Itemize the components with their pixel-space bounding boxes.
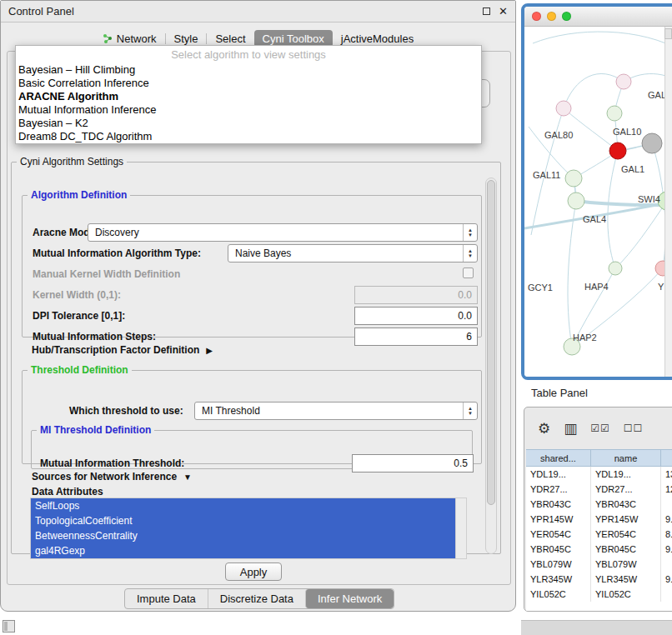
network-window-titlebar bbox=[524, 7, 672, 27]
algorithm-option[interactable]: Mutual Information Inference bbox=[16, 103, 481, 117]
network-node[interactable] bbox=[616, 74, 631, 89]
network-node[interactable] bbox=[556, 101, 571, 116]
table-row[interactable]: YIL052CYIL052C bbox=[526, 587, 672, 602]
selected-value: Naive Bayes bbox=[235, 248, 291, 259]
deselect-all-icon[interactable]: ☐☐ bbox=[624, 422, 644, 434]
network-scroll-button[interactable] bbox=[664, 28, 672, 39]
algorithm-option[interactable]: Dream8 DC_TDC Algorithm bbox=[16, 130, 481, 143]
algorithm-definition-group: Algorithm Definition Aracne Mode: Discov… bbox=[22, 189, 482, 338]
cell: 9. bbox=[661, 542, 672, 557]
cell: YDR27... bbox=[591, 482, 661, 497]
bottom-tab-bar: Impute Data Discretize Data Infer Networ… bbox=[124, 588, 394, 609]
combo-arrows-icon: ▲▼ bbox=[463, 245, 477, 262]
cell: 12 bbox=[661, 482, 672, 497]
algorithm-option[interactable]: Basic Correlation Inference bbox=[16, 77, 481, 90]
network-node[interactable] bbox=[607, 106, 622, 121]
table-row[interactable]: YDR27...YDR27...12 bbox=[526, 482, 672, 497]
group-title: Cyni Algorithm Settings bbox=[17, 156, 127, 168]
node-label: HAP2 bbox=[573, 332, 597, 342]
apply-button[interactable]: Apply bbox=[225, 562, 282, 581]
network-node[interactable] bbox=[609, 262, 622, 275]
node-label: GAL80 bbox=[544, 130, 573, 140]
node-label: GAL1 bbox=[621, 164, 644, 174]
cell bbox=[661, 497, 672, 512]
settings-scrollbar[interactable] bbox=[485, 178, 497, 554]
cell: 9. bbox=[661, 512, 672, 527]
dpi-tolerance-field[interactable]: 0.0 bbox=[354, 307, 478, 325]
network-graph: GAL GAL80 GAL10 GAL11 GAL1 SWI4 GAL4 GCY… bbox=[524, 27, 672, 377]
column-header[interactable] bbox=[661, 450, 672, 466]
list-item[interactable]: BetweennessCentrality bbox=[31, 528, 455, 543]
list-item[interactable]: SelfLoops bbox=[31, 498, 455, 513]
data-attributes-list[interactable]: SelfLoops TopologicalCoefficient Between… bbox=[30, 498, 467, 559]
aracne-mode-select[interactable]: Discovery ▲▼ bbox=[88, 223, 478, 242]
table-panel-window: ⚙ ▥ ☑☑ ☐☐ shared... name YDL19...YDL19..… bbox=[524, 407, 672, 612]
chevron-down-icon: ▼ bbox=[183, 472, 192, 482]
which-threshold-select[interactable]: MI Threshold ▲▼ bbox=[194, 402, 478, 420]
table-row[interactable]: YDL19...YDL19...13 bbox=[526, 467, 672, 482]
network-node-red[interactable] bbox=[609, 142, 626, 159]
mi-type-select[interactable]: Naive Bayes ▲▼ bbox=[228, 244, 478, 262]
column-header[interactable]: name bbox=[591, 450, 661, 466]
table-row[interactable]: YBR043CYBR043C bbox=[526, 497, 672, 512]
cell: YDL19... bbox=[591, 467, 661, 482]
dpi-tolerance-label: DPI Tolerance [0,1]: bbox=[33, 310, 125, 322]
cell: YBR043C bbox=[526, 497, 591, 512]
tab-impute-data[interactable]: Impute Data bbox=[125, 589, 208, 608]
node-label: GAL4 bbox=[583, 214, 606, 224]
scrollbar-thumb[interactable] bbox=[487, 180, 495, 505]
panel-corner-icon[interactable] bbox=[3, 620, 15, 632]
network-scrollbar[interactable] bbox=[664, 27, 672, 377]
zoom-traffic-light-icon[interactable] bbox=[562, 12, 571, 21]
manual-kernel-checkbox[interactable] bbox=[463, 268, 474, 278]
network-node[interactable] bbox=[565, 170, 582, 187]
tab-infer-network[interactable]: Infer Network bbox=[305, 589, 394, 608]
table-row[interactable]: YBR045CYBR045C9. bbox=[526, 542, 672, 557]
group-title: MI Threshold Definition bbox=[37, 424, 154, 436]
minimize-traffic-light-icon[interactable] bbox=[547, 12, 556, 21]
network-canvas[interactable]: GAL GAL80 GAL10 GAL11 GAL1 SWI4 GAL4 GCY… bbox=[524, 27, 672, 377]
sources-toggle[interactable]: Sources for Network Inference ▼ bbox=[32, 471, 192, 482]
cell: 8. bbox=[661, 527, 672, 542]
close-icon[interactable]: ✕ bbox=[499, 6, 508, 17]
selected-value: MI Threshold bbox=[202, 405, 260, 417]
algorithm-option[interactable]: Bayesian – K2 bbox=[16, 117, 481, 130]
hub-definition-toggle[interactable]: Hub/Transcription Factor Definition ▶ bbox=[32, 344, 213, 356]
mi-threshold-label: Mutual Information Threshold: bbox=[40, 458, 184, 469]
mi-threshold-field[interactable]: 0.5 bbox=[352, 454, 474, 472]
cell: YBL079W bbox=[526, 557, 591, 572]
network-node-gray[interactable] bbox=[642, 133, 662, 153]
cell: YBR043C bbox=[591, 497, 661, 512]
network-node[interactable] bbox=[568, 192, 584, 209]
mi-type-label: Mutual Information Algorithm Type: bbox=[33, 248, 201, 259]
table-row[interactable]: YBL079WYBL079W bbox=[526, 557, 672, 572]
float-window-icon[interactable] bbox=[483, 8, 490, 15]
popup-placeholder: Select algorithm to view settings bbox=[16, 48, 481, 63]
chevron-right-icon: ▶ bbox=[206, 346, 213, 355]
table-row[interactable]: YLR345WYLR345W9. bbox=[526, 572, 672, 587]
list-item[interactable]: TopologicalCoefficient bbox=[31, 513, 455, 528]
list-item[interactable]: gal4RGexp bbox=[31, 543, 455, 558]
hub-definition-label: Hub/Transcription Factor Definition bbox=[32, 344, 199, 356]
algorithm-option-selected[interactable]: ARACNE Algorithm bbox=[16, 90, 481, 103]
network-edge bbox=[608, 151, 618, 268]
table-row[interactable]: YPR145WYPR145W9. bbox=[526, 512, 672, 527]
gear-icon[interactable]: ⚙ bbox=[538, 422, 550, 436]
tab-label: Network bbox=[117, 32, 157, 45]
group-title: Algorithm Definition bbox=[28, 189, 130, 201]
table-row[interactable]: YER054CYER054C8. bbox=[526, 527, 672, 542]
kernel-width-field: 0.0 bbox=[354, 286, 478, 304]
tab-discretize-data[interactable]: Discretize Data bbox=[208, 589, 305, 608]
cell bbox=[661, 587, 672, 602]
cyni-algorithm-settings-group: Cyni Algorithm Settings Algorithm Defini… bbox=[11, 156, 501, 554]
select-all-icon[interactable]: ☑☑ bbox=[590, 422, 610, 434]
algorithm-option[interactable]: Bayesian – Hill Climbing bbox=[16, 63, 481, 77]
column-header[interactable]: shared... bbox=[526, 450, 591, 466]
node-label: SWI4 bbox=[638, 194, 660, 204]
columns-icon[interactable]: ▥ bbox=[564, 422, 577, 436]
list-scrollbar[interactable] bbox=[455, 498, 466, 558]
kernel-width-label: Kernel Width (0,1): bbox=[33, 289, 121, 301]
selected-value: Discovery bbox=[95, 227, 139, 238]
mi-steps-field[interactable]: 6 bbox=[354, 328, 478, 346]
close-traffic-light-icon[interactable] bbox=[532, 12, 541, 21]
